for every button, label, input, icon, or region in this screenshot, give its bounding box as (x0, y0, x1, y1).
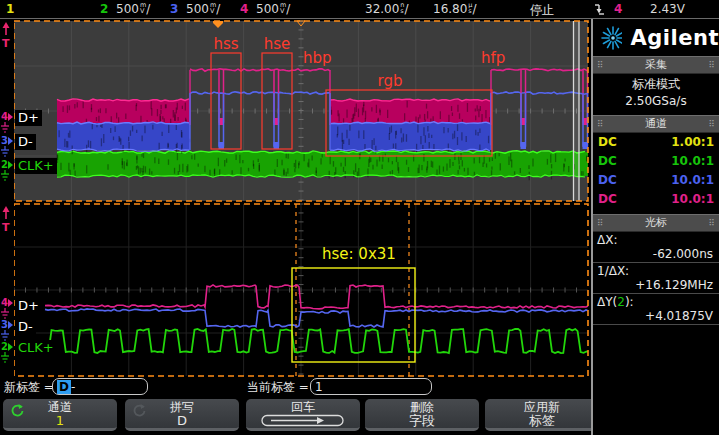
channels-title: 通道 (645, 117, 667, 130)
channel-4-ground-marker[interactable]: 4 (0, 110, 14, 134)
softkey-5[interactable]: 应用新标签 (485, 399, 599, 431)
measurement-label: ΔY(2): (593, 294, 719, 309)
measurement-label: ΔX: (593, 232, 719, 247)
measurement-value: +4.01875V (593, 309, 719, 325)
channel-4-indicator[interactable]: 4 (240, 2, 248, 16)
annotation-label-hfp: hfp (481, 49, 505, 67)
zoom-gutter: T432 (0, 203, 14, 377)
channel-label-dplus: D+ (15, 298, 42, 314)
annotation-label-hse: hse (264, 35, 291, 53)
measurement-channel: 2 (617, 295, 625, 309)
timebase-zoom[interactable]: 32.00ns/ (365, 2, 409, 16)
current-label-caption: 当前标签 = (247, 379, 309, 396)
oscilloscope-screen: 12500mV/3500mV/4500mV/32.00ns/16.80µs/停止… (0, 0, 719, 435)
channel-4-scale[interactable]: 500mV/ (256, 2, 290, 16)
probe-ratio: 1.00:1 (671, 133, 714, 152)
current-label-input[interactable]: 1 (310, 378, 432, 395)
unit-label: mV (210, 3, 216, 14)
section-header-acquisition: ⠿ 采集 ⠿ (593, 56, 719, 74)
run-state: 停止 (530, 2, 554, 19)
channel-3-indicator[interactable]: 3 (170, 2, 178, 16)
trigger-level-marker[interactable]: T (0, 205, 13, 233)
main-sweep-window: hsshsehbprgbhfp T432 D+ D- CLK+ (0, 19, 590, 203)
text-cursor[interactable]: D (57, 380, 71, 394)
channel-3-ground-marker[interactable]: 3 (0, 134, 14, 158)
channel-4-ground-marker[interactable]: 4 (0, 296, 14, 320)
grip-icon: ⠿ (597, 218, 604, 228)
probe-ratio: 10.0:1 (671, 171, 714, 190)
brand-row: Agilent (593, 19, 719, 56)
svg-text:4: 4 (1, 297, 8, 308)
trigger-source: 4 (614, 2, 622, 16)
softkey-value: 标签 (485, 414, 599, 428)
svg-text:3: 3 (1, 135, 8, 146)
annotation-label-rgb: rgb (378, 72, 403, 90)
measurement-value: +16.129MHz (593, 278, 719, 294)
unit-label: mV (140, 3, 146, 14)
channel-1-indicator[interactable]: 1 (6, 2, 14, 16)
new-label-rest: - (71, 380, 75, 394)
agilent-logo-icon (599, 24, 622, 52)
channel-coupling-row: DC10.0:1 (593, 171, 719, 190)
rotate-knob-icon (10, 403, 24, 417)
unit-label: ns (400, 3, 404, 14)
brand-name: Agilent (631, 26, 719, 50)
channel-label-clk: CLK+ (15, 158, 57, 174)
softkey-1[interactable]: 通道1 (3, 399, 117, 431)
channel-3-scale[interactable]: 500mV/ (186, 2, 220, 16)
status-bar: 12500mV/3500mV/4500mV/32.00ns/16.80µs/停止… (0, 0, 719, 19)
channel-coupling-row: DC10.0:1 (593, 152, 719, 171)
annotation-label-hse-value: hse: 0x31 (322, 245, 396, 263)
channel-label-clk: CLK+ (15, 340, 57, 356)
channel-2-ground-marker[interactable]: 2 (0, 158, 14, 182)
trigger-edge-icon (594, 2, 605, 19)
channel-2-ground-marker[interactable]: 2 (0, 340, 14, 364)
rotate-knob-icon (132, 403, 146, 417)
softkey-value: 字段 (365, 414, 479, 428)
section-header-cursors: ⠿ 光标 ⠿ (593, 214, 719, 232)
annotation-label-hss: hss (213, 35, 238, 53)
current-label-value: 1 (315, 380, 323, 394)
enter-icon (261, 414, 345, 427)
coupling-value: DC (598, 133, 617, 152)
timebase-main[interactable]: 16.80µs/ (433, 2, 477, 16)
probe-ratio: 10.0:1 (671, 190, 714, 209)
coupling-value: DC (598, 190, 617, 209)
svg-text:2: 2 (1, 159, 8, 170)
new-label-input[interactable]: D- (52, 378, 148, 395)
main-sweep-gutter: T432 (0, 19, 14, 203)
svg-text:T: T (2, 221, 10, 233)
softkey-label: 回车 (246, 401, 360, 414)
zoom-window: hse: 0x31 T432 D+ D- CLK+ (0, 203, 590, 377)
softkey-2[interactable]: 拼写D (125, 399, 239, 431)
label-edit-bar: 新标签 = D- 当前标签 = 1 (0, 377, 590, 396)
svg-text:T: T (2, 37, 10, 49)
zoom-plot: hse: 0x31 (0, 203, 590, 377)
channel-2-scale[interactable]: 500mV/ (116, 2, 150, 16)
coupling-value: DC (598, 152, 617, 171)
svg-text:4: 4 (1, 111, 8, 122)
annotation-label-hbp: hbp (303, 49, 332, 67)
softkey-3[interactable]: 回车 (246, 399, 360, 431)
sidebar: Agilent ⠿ 采集 ⠿ 标准模式 2.50GSa/s ⠿ 通道 ⠿ DC1… (591, 19, 719, 435)
grip-icon: ⠿ (708, 119, 715, 129)
softkey-4[interactable]: 删除字段 (365, 399, 479, 431)
channel-2-indicator[interactable]: 2 (100, 2, 108, 16)
unit-label: mV (280, 3, 286, 14)
grip-icon: ⠿ (597, 119, 604, 129)
grip-icon: ⠿ (708, 218, 715, 228)
grip-icon: ⠿ (708, 60, 715, 70)
section-header-channels: ⠿ 通道 ⠿ (593, 115, 719, 133)
new-label-caption: 新标签 = (4, 379, 54, 396)
main-sweep-plot: hsshsehbprgbhfp (0, 19, 590, 203)
measurement-label: 1/ΔX: (593, 263, 719, 278)
grip-icon: ⠿ (597, 60, 604, 70)
unit-label: µs (468, 3, 472, 14)
trigger-level-marker[interactable]: T (0, 21, 13, 49)
channel-label-dminus: D- (15, 319, 36, 335)
cursor-measurements: ΔX:-62.000ns1/ΔX:+16.129MHzΔY(2):+4.0187… (593, 232, 719, 325)
channel-label-dplus: D+ (15, 110, 42, 126)
channel-3-ground-marker[interactable]: 3 (0, 318, 14, 342)
measurement-value: -62.000ns (593, 247, 719, 263)
coupling-value: DC (598, 171, 617, 190)
